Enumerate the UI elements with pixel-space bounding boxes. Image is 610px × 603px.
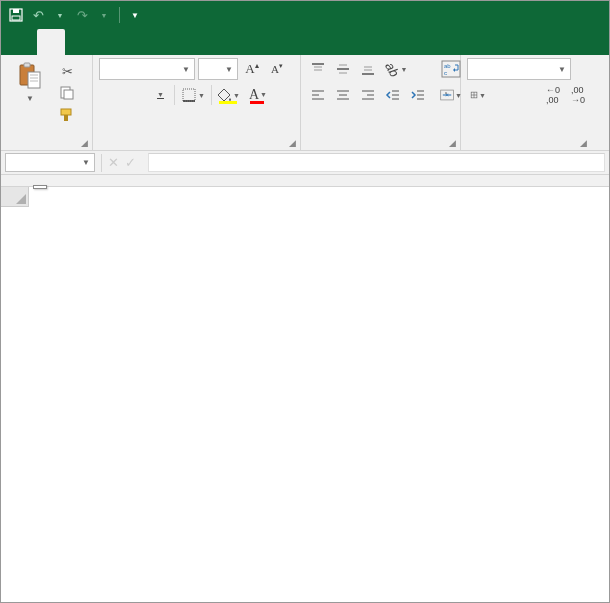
align-middle-button[interactable] <box>332 58 354 80</box>
svg-rect-12 <box>64 115 68 121</box>
undo-dropdown-icon[interactable]: ▼ <box>51 6 69 24</box>
svg-rect-13 <box>183 89 195 101</box>
ribbon: ▼ ✂ ◢ ▼ <box>1 55 609 151</box>
paste-dropdown-icon[interactable]: ▼ <box>26 94 34 103</box>
bold-button[interactable] <box>99 84 121 106</box>
align-center-button[interactable] <box>332 84 354 106</box>
decrease-indent-button[interactable] <box>382 84 404 106</box>
name-box[interactable]: ▼ <box>5 153 95 172</box>
header-spacer <box>1 175 609 187</box>
tab-home[interactable] <box>37 29 65 55</box>
accounting-format-button[interactable]: ▼ <box>467 84 489 106</box>
qat-customize-icon[interactable]: ▼ <box>126 6 144 24</box>
cut-icon[interactable]: ✂ <box>57 62 77 80</box>
group-label-number: ◢ <box>467 145 585 150</box>
font-name-combo[interactable]: ▼ <box>99 58 195 80</box>
redo-icon[interactable]: ↷ <box>73 6 91 24</box>
redo-dropdown-icon[interactable]: ▼ <box>95 6 113 24</box>
svg-rect-5 <box>28 72 40 88</box>
clipboard-launcher-icon[interactable]: ◢ <box>81 138 88 148</box>
font-launcher-icon[interactable]: ◢ <box>289 138 296 148</box>
group-clipboard: ▼ ✂ ◢ <box>1 55 93 150</box>
orientation-button[interactable]: ab▼ <box>382 58 410 80</box>
font-size-combo[interactable]: ▼ <box>198 58 238 80</box>
alignment-launcher-icon[interactable]: ◢ <box>449 138 456 148</box>
borders-button[interactable]: ▼ <box>178 84 208 106</box>
svg-text:ab: ab <box>444 63 451 69</box>
title-bar: ↶ ▼ ↷ ▼ ▼ <box>1 1 609 29</box>
increase-decimal-button[interactable]: ←0,00 <box>542 84 564 106</box>
percent-button[interactable] <box>492 84 514 106</box>
name-box-tooltip <box>33 185 47 189</box>
svg-rect-1 <box>13 9 19 13</box>
align-bottom-button[interactable] <box>357 58 379 80</box>
undo-icon[interactable]: ↶ <box>29 6 47 24</box>
increase-indent-button[interactable] <box>407 84 429 106</box>
tab-data[interactable] <box>149 29 177 55</box>
font-size-dropdown-icon[interactable]: ▼ <box>221 65 233 74</box>
group-label-clipboard: ◢ <box>7 145 86 150</box>
increase-font-button[interactable]: A▴ <box>241 58 263 80</box>
group-label-font: ◢ <box>99 145 294 150</box>
svg-rect-10 <box>64 90 73 99</box>
svg-rect-4 <box>24 63 30 67</box>
paste-button[interactable]: ▼ <box>7 58 53 103</box>
number-launcher-icon[interactable]: ◢ <box>580 138 587 148</box>
align-right-button[interactable] <box>357 84 379 106</box>
quick-access-toolbar: ↶ ▼ ↷ ▼ ▼ <box>7 6 144 24</box>
tab-review[interactable] <box>177 29 205 55</box>
formula-input[interactable] <box>148 153 605 172</box>
spreadsheet-grid[interactable] <box>1 187 609 603</box>
number-format-dropdown-icon[interactable]: ▼ <box>554 65 566 74</box>
decrease-font-button[interactable]: A▾ <box>266 58 288 80</box>
tab-insert[interactable] <box>65 29 93 55</box>
underline-button[interactable]: ▼ <box>149 84 171 106</box>
svg-text:c: c <box>444 70 447 76</box>
align-top-button[interactable] <box>307 58 329 80</box>
italic-button[interactable] <box>124 84 146 106</box>
qat-separator <box>119 7 120 23</box>
decrease-decimal-button[interactable]: ,00→0 <box>567 84 589 106</box>
comma-style-button[interactable] <box>517 84 539 106</box>
number-format-combo[interactable]: ▼ <box>467 58 571 80</box>
name-box-dropdown-icon[interactable]: ▼ <box>82 158 90 167</box>
tab-formulas[interactable] <box>121 29 149 55</box>
tab-page-layout[interactable] <box>93 29 121 55</box>
group-font: ▼ ▼ A▴ A▾ ▼ ▼ <box>93 55 301 150</box>
copy-icon[interactable] <box>57 84 77 102</box>
group-number: ▼ ▼ ←0,00 ,00→0 ◢ <box>461 55 591 150</box>
tab-file[interactable] <box>1 29 37 55</box>
font-color-button[interactable]: A▼ <box>246 84 270 106</box>
svg-rect-2 <box>12 16 20 20</box>
formula-bar: ▼ ✕ ✓ <box>1 151 609 175</box>
group-alignment: ab▼ abc a▼ <box>301 55 461 150</box>
ribbon-tabs <box>1 29 609 55</box>
save-icon[interactable] <box>7 6 25 24</box>
format-painter-icon[interactable] <box>57 106 77 124</box>
svg-rect-11 <box>61 109 71 115</box>
paste-icon <box>17 60 43 92</box>
formula-bar-buttons: ✕ ✓ <box>95 151 148 174</box>
align-left-button[interactable] <box>307 84 329 106</box>
cancel-icon[interactable]: ✕ <box>108 155 119 170</box>
font-name-dropdown-icon[interactable]: ▼ <box>178 65 190 74</box>
select-all-corner[interactable] <box>1 187 29 207</box>
fill-color-button[interactable]: ▼ <box>215 84 243 106</box>
enter-icon[interactable]: ✓ <box>125 155 136 170</box>
group-label-alignment: ◢ <box>307 145 454 150</box>
